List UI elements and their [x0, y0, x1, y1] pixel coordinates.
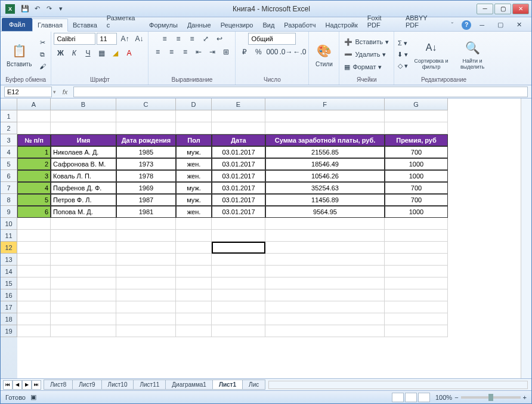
selected-cell[interactable]	[212, 242, 265, 254]
row-header-18[interactable]: 18	[1, 313, 17, 325]
zoom-slider[interactable]	[461, 396, 521, 399]
minimize-button[interactable]: ─	[477, 4, 493, 14]
row-header-10[interactable]: 10	[1, 218, 17, 230]
cell-E19[interactable]	[212, 325, 265, 337]
cell-D17[interactable]	[176, 301, 212, 313]
number-format-combo[interactable]: Общий	[248, 33, 296, 45]
column-header-G[interactable]: G	[385, 98, 448, 110]
tab-formulas[interactable]: Формулы	[144, 19, 183, 31]
cell-E3[interactable]: Дата	[212, 134, 265, 146]
tab-foxit[interactable]: Foxit PDF	[363, 12, 401, 31]
row-header-5[interactable]: 5	[1, 158, 17, 170]
cell-A16[interactable]	[17, 289, 51, 301]
save-button[interactable]: 💾	[20, 4, 30, 14]
cell-C18[interactable]	[116, 313, 176, 325]
sort-filter-button[interactable]: A↓ Сортировка и фильтр	[410, 35, 453, 74]
column-headers[interactable]: ABCDEFG	[17, 98, 448, 110]
maximize-button[interactable]: ▢	[494, 4, 511, 14]
bold-button[interactable]: Ж	[54, 47, 67, 59]
sheet-tab-Диаграмма1[interactable]: Диаграмма1	[165, 380, 213, 390]
cell-D8[interactable]: муж.	[176, 194, 212, 206]
cell-F11[interactable]	[265, 230, 385, 242]
cell-G4[interactable]: 700	[385, 146, 448, 158]
cell-F14[interactable]	[265, 266, 385, 277]
cell-B4[interactable]: Николаев А. Д.	[51, 146, 116, 158]
cell-A10[interactable]	[17, 218, 51, 230]
row-header-4[interactable]: 4	[1, 146, 17, 158]
cell-F9[interactable]: 9564.95	[265, 206, 385, 218]
cell-B12[interactable]	[51, 242, 116, 254]
select-all-corner[interactable]	[1, 98, 17, 110]
cell-C12[interactable]	[116, 242, 176, 254]
cell-E4[interactable]: 03.01.2017	[212, 146, 265, 158]
spreadsheet-grid[interactable]: ABCDEFG 12345678910111213141516171819 № …	[1, 98, 531, 378]
cell-A2[interactable]	[17, 122, 51, 134]
column-header-A[interactable]: A	[17, 98, 51, 110]
sheet-tab-Лист9[interactable]: Лист9	[72, 380, 101, 390]
cell-A9[interactable]: 6	[17, 206, 51, 218]
cell-D7[interactable]: муж.	[176, 182, 212, 194]
cell-G8[interactable]: 700	[385, 194, 448, 206]
decrease-decimal-button[interactable]: ←.0	[293, 46, 306, 58]
cell-C8[interactable]: 1987	[116, 194, 176, 206]
cell-B2[interactable]	[51, 122, 116, 134]
cell-B6[interactable]: Коваль Л. П.	[51, 170, 116, 182]
font-size-combo[interactable]: 11	[97, 33, 117, 45]
cell-F1[interactable]	[265, 110, 385, 122]
align-center-button[interactable]: ≡	[165, 46, 178, 58]
row-header-9[interactable]: 9	[1, 206, 17, 218]
cell-A3[interactable]: № п/п	[17, 134, 51, 146]
cell-G6[interactable]: 1000	[385, 170, 448, 182]
font-color-button[interactable]: A	[122, 47, 135, 59]
cell-A14[interactable]	[17, 266, 51, 277]
cell-A19[interactable]	[17, 325, 51, 337]
help-icon[interactable]: ?	[462, 20, 471, 30]
cell-D2[interactable]	[176, 122, 212, 134]
qat-dropdown[interactable]: ▾	[55, 4, 66, 14]
sheet-tab-Лист11[interactable]: Лист11	[133, 380, 166, 390]
cut-button[interactable]: ✂	[36, 37, 48, 48]
cell-E7[interactable]: 03.01.2017	[212, 182, 265, 194]
cell-D1[interactable]	[176, 110, 212, 122]
cell-E8[interactable]: 03.01.2017	[212, 194, 265, 206]
cell-C1[interactable]	[116, 110, 176, 122]
sheet-tab-Лис[interactable]: Лис	[242, 380, 265, 390]
align-right-button[interactable]: ≡	[178, 46, 191, 58]
undo-button[interactable]: ↶	[32, 4, 42, 14]
cell-C2[interactable]	[116, 122, 176, 134]
cell-F3[interactable]: Сумма заработной платы, руб.	[265, 134, 385, 146]
cell-B19[interactable]	[51, 325, 116, 337]
fx-button[interactable]: fx	[59, 87, 71, 97]
align-top-button[interactable]: ≡	[158, 33, 171, 45]
cell-D13[interactable]	[176, 254, 212, 266]
cell-A15[interactable]	[17, 277, 51, 289]
cell-G16[interactable]	[385, 289, 448, 301]
fill-color-button[interactable]: ◢	[109, 47, 122, 59]
cell-C17[interactable]	[116, 301, 176, 313]
cell-B9[interactable]: Попова М. Д.	[51, 206, 116, 218]
cell-D12[interactable]	[176, 242, 212, 254]
percent-button[interactable]: %	[252, 46, 265, 58]
cell-E13[interactable]	[212, 254, 265, 266]
currency-button[interactable]: ₽	[238, 46, 251, 58]
cell-F5[interactable]: 18546.49	[265, 158, 385, 170]
row-header-3[interactable]: 3	[1, 134, 17, 146]
orientation-button[interactable]: ⤢	[199, 33, 212, 45]
cell-A13[interactable]	[17, 254, 51, 266]
cell-B11[interactable]	[51, 230, 116, 242]
cell-B13[interactable]	[51, 254, 116, 266]
tab-review[interactable]: Рецензиро	[216, 19, 258, 31]
row-header-17[interactable]: 17	[1, 301, 17, 313]
cell-A17[interactable]	[17, 301, 51, 313]
close-button[interactable]: ✕	[512, 4, 529, 14]
cell-D11[interactable]	[176, 230, 212, 242]
cell-E11[interactable]	[212, 230, 265, 242]
cell-G17[interactable]	[385, 301, 448, 313]
cell-A1[interactable]	[17, 110, 51, 122]
cell-A6[interactable]: 3	[17, 170, 51, 182]
cell-G1[interactable]	[385, 110, 448, 122]
border-button[interactable]: ▦	[95, 47, 108, 59]
row-header-11[interactable]: 11	[1, 230, 17, 242]
cell-D5[interactable]: жен.	[176, 158, 212, 170]
row-header-2[interactable]: 2	[1, 122, 17, 134]
